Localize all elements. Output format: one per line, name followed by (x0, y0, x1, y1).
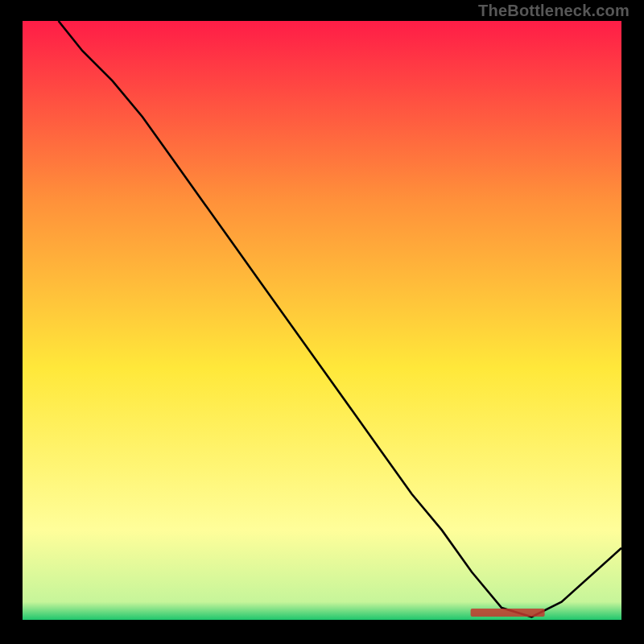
chart-svg (23, 21, 621, 620)
chart-frame: TheBottleneck.com (0, 0, 644, 644)
annotation-marker (471, 609, 545, 617)
plot-area (23, 21, 621, 620)
gradient-background (23, 21, 621, 620)
watermark-text: TheBottleneck.com (478, 2, 630, 20)
